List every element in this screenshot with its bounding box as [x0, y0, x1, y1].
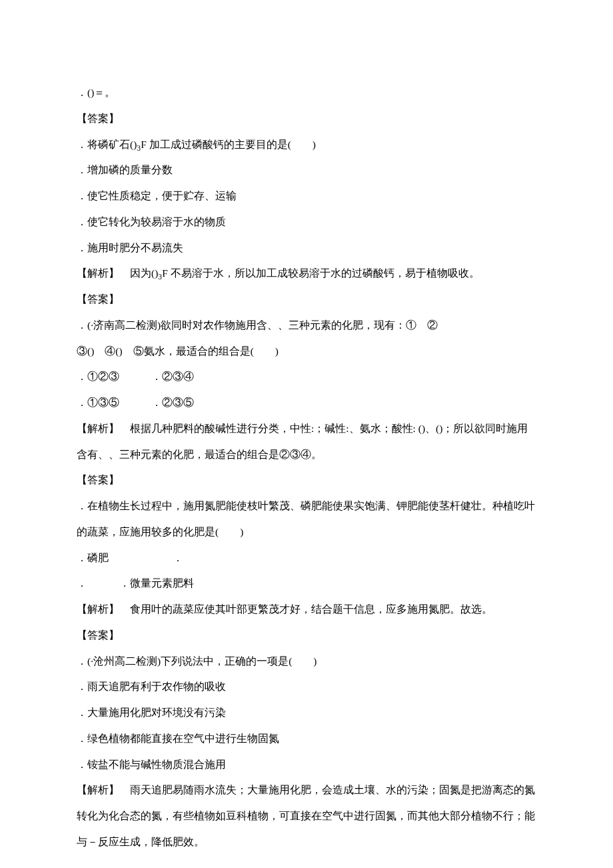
text-line: ．(·沧州高二检测)下列说法中，正确的一项是( )	[77, 649, 536, 675]
text-line: 【答案】	[77, 467, 536, 493]
text-line: ．磷肥 ．	[77, 545, 536, 571]
text-line: ．施用时肥分不易流失	[77, 235, 536, 261]
text-line: ．①②③ ．②③④	[77, 364, 536, 390]
text-line: ．①③⑤ ．②③⑤	[77, 390, 536, 416]
text-line: 【答案】	[77, 623, 536, 649]
text-line: 【解析】 根据几种肥料的酸碱性进行分类，中性:；碱性:、氨水；酸性: ()、()…	[77, 416, 536, 468]
text-line: ．使它性质稳定，便于贮存、运输	[77, 183, 536, 209]
text-line: 【答案】	[77, 287, 536, 313]
text-line: ．在植物生长过程中，施用氮肥能使枝叶繁茂、磷肥能使果实饱满、钾肥能使茎杆健壮。种…	[77, 493, 536, 545]
text-line: ．()＝。	[77, 80, 536, 106]
text-line: ．铵盐不能与碱性物质混合施用	[77, 752, 536, 778]
text-line: 【解析】 雨天追肥易随雨水流失；大量施用化肥，会造成土壤、水的污染；固氮是把游离…	[77, 777, 536, 855]
text-line: ．雨天追肥有利于农作物的吸收	[77, 674, 536, 700]
text-line: 【解析】 食用叶的蔬菜应使其叶部更繁茂才好，结合题干信息，应多施用氮肥。故选。	[77, 597, 536, 623]
text-line: ．大量施用化肥对环境没有污染	[77, 700, 536, 726]
text-line: ．(·济南高二检测)欲同时对农作物施用含、、三种元素的化肥，现有：① ②	[77, 313, 536, 339]
text-line: ．将磷矿石()3F 加工成过磷酸钙的主要目的是( )	[77, 132, 536, 158]
text-line: 【答案】	[77, 106, 536, 132]
text-line: ．绿色植物都能直接在空气中进行生物固氮	[77, 726, 536, 752]
text-line: ．增加磷的质量分数	[77, 157, 536, 183]
text-line: ． ．微量元素肥料	[77, 571, 536, 597]
text-line: 【解析】 因为()3F 不易溶于水，所以加工成较易溶于水的过磷酸钙，易于植物吸收…	[77, 261, 536, 287]
text-line: ．使它转化为较易溶于水的物质	[77, 209, 536, 235]
text-line: ③() ④() ⑤氨水，最适合的组合是( )	[77, 339, 536, 365]
